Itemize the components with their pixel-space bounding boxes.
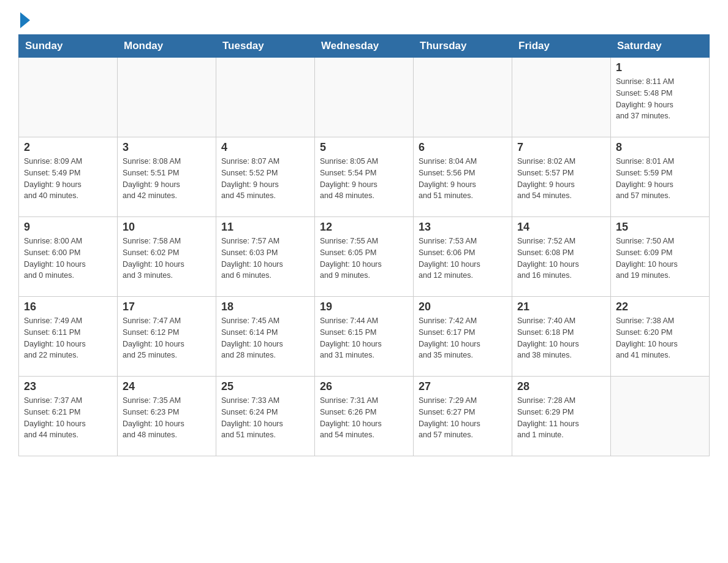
calendar-cell: 6Sunrise: 8:04 AM Sunset: 5:56 PM Daylig… <box>414 137 512 217</box>
calendar-cell: 5Sunrise: 8:05 AM Sunset: 5:54 PM Daylig… <box>315 137 414 217</box>
day-number: 17 <box>123 301 211 313</box>
page-header <box>18 12 710 28</box>
calendar-cell: 16Sunrise: 7:49 AM Sunset: 6:11 PM Dayli… <box>19 297 118 377</box>
day-number: 2 <box>24 141 112 154</box>
day-info: Sunrise: 8:01 AM Sunset: 5:59 PM Dayligh… <box>616 156 704 202</box>
day-info: Sunrise: 7:33 AM Sunset: 6:24 PM Dayligh… <box>221 395 309 441</box>
weekday-header-wednesday: Wednesday <box>315 35 414 58</box>
calendar-cell <box>19 58 118 137</box>
day-number: 21 <box>517 301 605 313</box>
calendar-cell <box>414 58 512 137</box>
day-number: 8 <box>616 141 704 154</box>
day-number: 11 <box>221 221 309 234</box>
calendar-cell: 11Sunrise: 7:57 AM Sunset: 6:03 PM Dayli… <box>216 217 315 297</box>
calendar-week-row: 9Sunrise: 8:00 AM Sunset: 6:00 PM Daylig… <box>19 217 710 297</box>
calendar-week-row: 16Sunrise: 7:49 AM Sunset: 6:11 PM Dayli… <box>19 297 710 377</box>
day-info: Sunrise: 7:52 AM Sunset: 6:08 PM Dayligh… <box>517 236 605 282</box>
day-info: Sunrise: 7:29 AM Sunset: 6:27 PM Dayligh… <box>419 395 507 441</box>
calendar-cell: 19Sunrise: 7:44 AM Sunset: 6:15 PM Dayli… <box>315 297 414 377</box>
day-number: 24 <box>123 380 211 393</box>
day-info: Sunrise: 8:00 AM Sunset: 6:00 PM Dayligh… <box>24 236 112 282</box>
day-info: Sunrise: 8:08 AM Sunset: 5:51 PM Dayligh… <box>123 156 211 202</box>
calendar-cell: 13Sunrise: 7:53 AM Sunset: 6:06 PM Dayli… <box>414 217 512 297</box>
day-info: Sunrise: 7:44 AM Sunset: 6:15 PM Dayligh… <box>320 315 408 361</box>
calendar-cell: 20Sunrise: 7:42 AM Sunset: 6:17 PM Dayli… <box>414 297 512 377</box>
logo <box>18 12 32 28</box>
day-info: Sunrise: 7:57 AM Sunset: 6:03 PM Dayligh… <box>221 236 309 282</box>
calendar-cell: 4Sunrise: 8:07 AM Sunset: 5:52 PM Daylig… <box>216 137 315 217</box>
calendar-week-row: 1Sunrise: 8:11 AM Sunset: 5:48 PM Daylig… <box>19 58 710 137</box>
day-info: Sunrise: 7:58 AM Sunset: 6:02 PM Dayligh… <box>123 236 211 282</box>
day-info: Sunrise: 7:28 AM Sunset: 6:29 PM Dayligh… <box>517 395 605 441</box>
day-info: Sunrise: 7:53 AM Sunset: 6:06 PM Dayligh… <box>419 236 507 282</box>
calendar-cell <box>512 58 611 137</box>
weekday-header-friday: Friday <box>512 35 611 58</box>
day-info: Sunrise: 7:47 AM Sunset: 6:12 PM Dayligh… <box>123 315 211 361</box>
day-number: 27 <box>419 380 507 393</box>
day-number: 5 <box>320 141 408 154</box>
day-info: Sunrise: 7:38 AM Sunset: 6:20 PM Dayligh… <box>616 315 704 361</box>
day-info: Sunrise: 7:50 AM Sunset: 6:09 PM Dayligh… <box>616 236 704 282</box>
day-number: 1 <box>616 61 704 74</box>
day-info: Sunrise: 7:35 AM Sunset: 6:23 PM Dayligh… <box>123 395 211 441</box>
calendar-cell: 10Sunrise: 7:58 AM Sunset: 6:02 PM Dayli… <box>118 217 216 297</box>
calendar-cell: 12Sunrise: 7:55 AM Sunset: 6:05 PM Dayli… <box>315 217 414 297</box>
calendar-cell: 28Sunrise: 7:28 AM Sunset: 6:29 PM Dayli… <box>512 377 611 456</box>
calendar-cell: 22Sunrise: 7:38 AM Sunset: 6:20 PM Dayli… <box>611 297 710 377</box>
day-number: 6 <box>419 141 507 154</box>
day-number: 19 <box>320 301 408 313</box>
calendar-cell: 26Sunrise: 7:31 AM Sunset: 6:26 PM Dayli… <box>315 377 414 456</box>
day-info: Sunrise: 8:11 AM Sunset: 5:48 PM Dayligh… <box>616 76 704 122</box>
weekday-header-tuesday: Tuesday <box>216 35 315 58</box>
calendar-cell: 9Sunrise: 8:00 AM Sunset: 6:00 PM Daylig… <box>19 217 118 297</box>
day-number: 4 <box>221 141 309 154</box>
day-info: Sunrise: 8:07 AM Sunset: 5:52 PM Dayligh… <box>221 156 309 202</box>
day-number: 25 <box>221 380 309 393</box>
calendar-cell: 15Sunrise: 7:50 AM Sunset: 6:09 PM Dayli… <box>611 217 710 297</box>
day-info: Sunrise: 7:49 AM Sunset: 6:11 PM Dayligh… <box>24 315 112 361</box>
day-number: 13 <box>419 221 507 234</box>
day-info: Sunrise: 7:37 AM Sunset: 6:21 PM Dayligh… <box>24 395 112 441</box>
day-number: 23 <box>24 380 112 393</box>
weekday-header-saturday: Saturday <box>611 35 710 58</box>
day-number: 9 <box>24 221 112 234</box>
calendar-cell: 27Sunrise: 7:29 AM Sunset: 6:27 PM Dayli… <box>414 377 512 456</box>
day-number: 28 <box>517 380 605 393</box>
calendar-cell: 7Sunrise: 8:02 AM Sunset: 5:57 PM Daylig… <box>512 137 611 217</box>
day-number: 7 <box>517 141 605 154</box>
calendar-week-row: 23Sunrise: 7:37 AM Sunset: 6:21 PM Dayli… <box>19 377 710 456</box>
day-number: 3 <box>123 141 211 154</box>
day-number: 16 <box>24 301 112 313</box>
day-info: Sunrise: 8:04 AM Sunset: 5:56 PM Dayligh… <box>419 156 507 202</box>
day-info: Sunrise: 8:09 AM Sunset: 5:49 PM Dayligh… <box>24 156 112 202</box>
day-info: Sunrise: 7:45 AM Sunset: 6:14 PM Dayligh… <box>221 315 309 361</box>
calendar-cell: 25Sunrise: 7:33 AM Sunset: 6:24 PM Dayli… <box>216 377 315 456</box>
calendar-cell <box>315 58 414 137</box>
day-number: 18 <box>221 301 309 313</box>
day-number: 22 <box>616 301 704 313</box>
day-number: 14 <box>517 221 605 234</box>
calendar-cell: 24Sunrise: 7:35 AM Sunset: 6:23 PM Dayli… <box>118 377 216 456</box>
day-number: 20 <box>419 301 507 313</box>
weekday-header-row: SundayMondayTuesdayWednesdayThursdayFrid… <box>19 35 710 58</box>
calendar-cell: 14Sunrise: 7:52 AM Sunset: 6:08 PM Dayli… <box>512 217 611 297</box>
day-info: Sunrise: 7:40 AM Sunset: 6:18 PM Dayligh… <box>517 315 605 361</box>
calendar-week-row: 2Sunrise: 8:09 AM Sunset: 5:49 PM Daylig… <box>19 137 710 217</box>
day-number: 10 <box>123 221 211 234</box>
weekday-header-monday: Monday <box>118 35 216 58</box>
calendar-cell <box>611 377 710 456</box>
weekday-header-thursday: Thursday <box>414 35 512 58</box>
day-info: Sunrise: 8:05 AM Sunset: 5:54 PM Dayligh… <box>320 156 408 202</box>
calendar-table: SundayMondayTuesdayWednesdayThursdayFrid… <box>18 34 710 456</box>
calendar-cell: 23Sunrise: 7:37 AM Sunset: 6:21 PM Dayli… <box>19 377 118 456</box>
calendar-cell: 8Sunrise: 8:01 AM Sunset: 5:59 PM Daylig… <box>611 137 710 217</box>
calendar-cell: 17Sunrise: 7:47 AM Sunset: 6:12 PM Dayli… <box>118 297 216 377</box>
calendar-cell: 3Sunrise: 8:08 AM Sunset: 5:51 PM Daylig… <box>118 137 216 217</box>
calendar-cell <box>216 58 315 137</box>
day-info: Sunrise: 7:55 AM Sunset: 6:05 PM Dayligh… <box>320 236 408 282</box>
calendar-cell: 2Sunrise: 8:09 AM Sunset: 5:49 PM Daylig… <box>19 137 118 217</box>
calendar-cell: 21Sunrise: 7:40 AM Sunset: 6:18 PM Dayli… <box>512 297 611 377</box>
day-number: 12 <box>320 221 408 234</box>
day-info: Sunrise: 8:02 AM Sunset: 5:57 PM Dayligh… <box>517 156 605 202</box>
logo-arrow-icon <box>20 12 30 28</box>
